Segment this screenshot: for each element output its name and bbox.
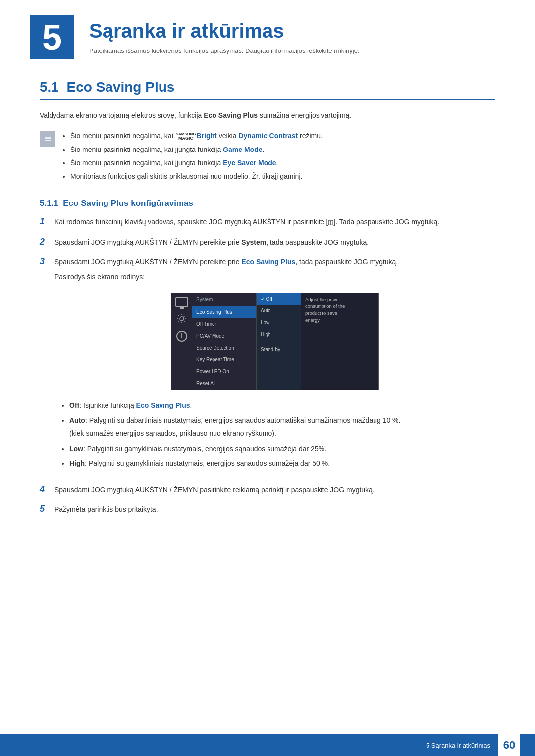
step-2-content: Spausdami JOG mygtuką AUKŠTYN / ŽEMYN pe… [54, 237, 495, 248]
info-icon: i [176, 331, 187, 342]
screen-simulation-wrapper: i System Eco Saving Plus Off Timer PC/AV… [171, 293, 379, 390]
screen-menu-item-source: Source Detection [192, 342, 256, 354]
section-51-title: 5.1 Eco Saving Plus [40, 79, 495, 100]
step-5-number: 5 [40, 504, 54, 514]
screen-submenu-low: Low [257, 317, 301, 329]
step-3-number: 3 [40, 256, 54, 267]
option-low-label: Low [69, 445, 83, 453]
intro-text-end: sumažina energijos vartojimą. [258, 111, 351, 119]
step-4-content: Spausdami JOG mygtuką AUKŠTYN / ŽEMYN pa… [54, 484, 495, 495]
note-item-2: Šio meniu pasirinkti negalima, kai įjung… [70, 144, 322, 156]
screen-submenu-auto: Auto [257, 305, 301, 317]
note-item-1: Šio meniu pasirinkti negalima, kai SAMSU… [70, 130, 322, 142]
header-text-block: Sąranka ir atkūrimas Pateikiamas išsamus… [89, 15, 360, 56]
step-1-number: 1 [40, 216, 54, 227]
option-off: Off: Išjunkite funkciją Eco Saving Plus. [69, 400, 495, 411]
screen-submenu-off: ✓ Off [257, 293, 301, 305]
screen-menu-item-power: Power LED On [192, 366, 256, 378]
screen-simulation: i System Eco Saving Plus Off Timer PC/AV… [171, 293, 379, 390]
screen-description: Adjust the power consumption of the prod… [301, 293, 351, 390]
chapter-number: 5 [30, 15, 74, 59]
intro-text-pre: Valdydama ekrano vartojamą elektros srov… [40, 111, 204, 119]
main-content: 5.1 Eco Saving Plus Valdydama ekrano var… [0, 69, 535, 563]
option-high-label: High [69, 459, 85, 467]
intro-text-bold: Eco Saving Plus [204, 111, 258, 119]
option-auto-label: Auto [69, 416, 85, 424]
step-3: 3 Spausdami JOG mygtuką AUKŠTYN / ŽEMYN … [40, 256, 495, 475]
note-item-4: Monitoriaus funkcijos gali skirtis prikl… [70, 170, 322, 183]
section-51-heading: Eco Saving Plus [67, 79, 175, 95]
screen-main-menu: System Eco Saving Plus Off Timer PC/AV M… [192, 293, 257, 390]
screen-menu-item-off-timer: Off Timer [192, 318, 256, 330]
note-item-3: Šio meniu pasirinkti negalima, kai įjung… [70, 157, 322, 169]
step-1-content: Kai rodomas funkcinių klavišų vadovas, s… [54, 216, 495, 227]
step-4-number: 4 [40, 484, 54, 495]
settings-icon [176, 313, 188, 325]
screen-submenu-high: High [257, 329, 301, 341]
step-2-system: System [241, 238, 266, 246]
intro-paragraph: Valdydama ekrano vartojamą elektros srov… [40, 110, 495, 121]
screen-menu-header: System [192, 293, 256, 306]
step-2-number: 2 [40, 237, 54, 247]
option-low: Low: Palyginti su gamykliniais nustatyma… [69, 443, 495, 454]
subsection-511-title: 5.1.1 Eco Saving Plus konfigūravimas [40, 199, 495, 208]
options-list: Off: Išjunkite funkciją Eco Saving Plus.… [54, 400, 495, 469]
step-5: 5 Pažymėta parinktis bus pritaikyta. [40, 504, 495, 515]
screen-menu-item-pcav: PC/AV Mode [192, 330, 256, 342]
svg-point-4 [180, 317, 184, 321]
step-3-eco: Eco Saving Plus [241, 258, 295, 266]
monitor-icon [175, 297, 188, 307]
subsection-511-number: 5.1.1 [40, 199, 58, 208]
step-2: 2 Spausdami JOG mygtuką AUKŠTYN / ŽEMYN … [40, 237, 495, 248]
screen-menu-item-reset: Reset All [192, 378, 256, 390]
option-auto-subtext: (kiek sumažės energijos sąnaudos, prikla… [69, 428, 495, 439]
page-header: 5 Sąranka ir atkūrimas Pateikiamas išsam… [0, 0, 535, 69]
chapter-subtitle: Pateikiamas išsamus kiekvienos funkcijos… [89, 46, 360, 56]
screen-sidebar-icons: i [171, 293, 192, 390]
step-5-content: Pažymėta parinktis bus pritaikyta. [54, 504, 495, 515]
footer-label: 5 Sąranka ir atkūrimas [426, 742, 490, 749]
option-off-label: Off [69, 402, 79, 409]
step-1: 1 Kai rodomas funkcinių klavišų vadovas,… [40, 216, 495, 227]
note-icon [40, 131, 55, 147]
footer-page-number: 60 [498, 734, 520, 756]
notes-list: Šio meniu pasirinkti negalima, kai SAMSU… [61, 130, 322, 184]
subsection-511-heading: Eco Saving Plus konfigūravimas [63, 199, 193, 208]
step-3-content: Spausdami JOG mygtuką AUKŠTYN / ŽEMYN pe… [54, 256, 495, 475]
screen-submenu-standby: Stand-by [257, 344, 301, 355]
screen-menu-item-eco: Eco Saving Plus [192, 306, 256, 318]
option-off-eco: Eco Saving Plus [136, 402, 190, 409]
step-3-subtext: Pasirodys šis ekrano rodinys: [54, 271, 495, 282]
notes-box: Šio meniu pasirinkti negalima, kai SAMSU… [40, 130, 495, 184]
steps-list: 1 Kai rodomas funkcinių klavišų vadovas,… [40, 216, 495, 515]
chapter-title: Sąranka ir atkūrimas [89, 20, 360, 42]
step-4: 4 Spausdami JOG mygtuką AUKŠTYN / ŽEMYN … [40, 484, 495, 495]
screen-submenu: ✓ Off Auto Low High Stand-by [257, 293, 301, 390]
option-auto: Auto: Palyginti su dabartiniais nustatym… [69, 415, 495, 439]
screen-menu-item-key: Key Repeat Time [192, 354, 256, 366]
page-footer: 5 Sąranka ir atkūrimas 60 [0, 734, 535, 756]
section-51-number: 5.1 [40, 79, 59, 95]
option-high: High: Palyginti su gamykliniais nustatym… [69, 458, 495, 469]
